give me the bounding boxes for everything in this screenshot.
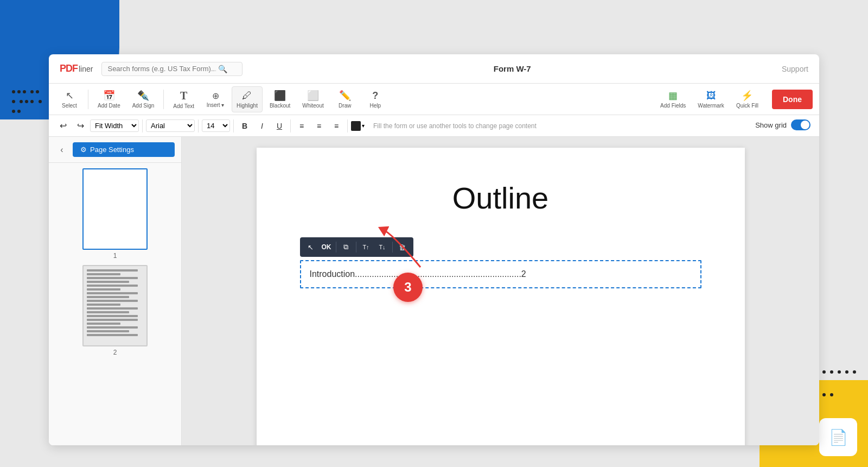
page-thumb-2[interactable]: 2 [82,265,148,356]
add-date-label: Add Date [98,103,120,109]
sel-copy-button[interactable]: ⧉ [339,239,354,255]
sel-ok-button[interactable]: OK [320,243,334,251]
show-grid-toggle[interactable] [791,119,810,130]
done-button[interactable]: Done [772,90,813,109]
format-sep-3 [233,119,234,132]
tool-watermark[interactable]: 🖼 Watermark [693,86,729,112]
page-settings-icon: ⚙ [80,146,87,154]
align-left-button[interactable]: ≡ [294,118,309,134]
highlight-label: Highlight [237,103,258,109]
main-toolbar: ↖ Select 📅 Add Date ✒️ Add Sign T Add Te… [49,84,819,115]
bold-button[interactable]: B [237,118,252,134]
brand-icon-bottomright: 📄 [819,418,857,456]
canvas-area: 3 Outline ↖ OK [182,137,819,445]
tool-quick-fill[interactable]: ⚡ Quick Fill [731,86,763,112]
color-swatch [351,121,361,131]
tool-insert[interactable]: ⊕ Insert ▾ [201,86,229,112]
support-link[interactable]: Support [782,65,808,73]
search-input[interactable] [107,65,216,73]
tool-add-sign[interactable]: ✒️ Add Sign [127,86,159,112]
sel-text-decrease-button[interactable]: T↓ [375,239,390,255]
pdf-page-title: Outline [300,180,701,216]
italic-button[interactable]: I [254,118,270,134]
page-thumb-1[interactable]: 1 [82,168,148,260]
step-badge-number: 3 [404,280,411,295]
format-sep-4 [290,119,291,132]
page-settings-button[interactable]: ⚙ Page Settings [73,142,175,157]
help-label: Help [369,103,381,109]
logo: PDF liner [60,63,93,74]
sidebar-pages: 1 [49,163,181,445]
toolbar-right: ▦ Add Fields 🖼 Watermark ⚡ Quick Fill Do… [655,86,813,112]
decorative-dots-bottomright [814,369,857,413]
page-thumb-img-1 [82,168,148,250]
p2-line [87,269,138,272]
p2-line [87,307,138,310]
selection-toolbar: ↖ OK ⧉ T↑ T↓ 🗑 [300,237,413,257]
p2-line [87,334,138,336]
redo-button[interactable]: ↪ [73,118,88,134]
undo-button[interactable]: ↩ [55,118,71,134]
p2-line [87,281,129,283]
add-sign-label: Add Sign [132,103,155,109]
logo-liner-text: liner [79,65,93,73]
help-icon: ? [372,90,378,102]
draw-label: Draw [339,103,351,109]
blackout-label: Blackout [270,103,290,109]
tool-highlight[interactable]: 🖊 Highlight [232,86,263,112]
p2-line [87,319,138,321]
header: PDF liner 🔍 Form W-7 Support [49,54,819,84]
tool-add-text[interactable]: T Add Text [168,86,199,112]
app-container: PDF liner 🔍 Form W-7 Support ↖ Select 📅 … [49,54,819,445]
sel-text-increase-button[interactable]: T↑ [359,239,374,255]
add-sign-icon: ✒️ [137,90,149,102]
collapse-button[interactable]: ‹ [55,143,68,156]
sel-delete-button[interactable]: 🗑 [395,239,410,255]
format-hint: Fill the form or use another tools to ch… [373,122,813,130]
p2-line [87,330,129,332]
color-picker[interactable]: ▾ [351,121,365,131]
add-fields-icon: ▦ [668,90,678,102]
align-right-button[interactable]: ≡ [329,118,344,134]
insert-icon: ⊕ [212,91,219,101]
toolbar-separator-2 [163,90,164,109]
tool-select[interactable]: ↖ Select [55,86,84,112]
zoom-select[interactable]: Fit Width 100% 75% [90,119,139,132]
p2-line [87,285,138,287]
align-center-button[interactable]: ≡ [311,118,327,134]
decorative-dots-topleft [11,87,43,130]
quick-fill-label: Quick Fill [736,103,758,109]
form-title: Form W-7 [242,64,781,73]
format-sep-1 [142,119,143,132]
font-select[interactable]: Arial Times New Roman [146,119,195,132]
font-size-select[interactable]: 14 12 16 18 [202,119,230,132]
logo-pdf-text: PDF [60,63,78,74]
highlight-icon: 🖊 [242,90,252,102]
p2-line [87,296,129,298]
tool-help[interactable]: ? Help [361,86,390,112]
page-num-1: 1 [113,252,117,260]
pdf-page: Outline ↖ OK ⧉ T↑ T↓ 🗑 Introduction.....… [257,148,745,445]
underline-button[interactable]: U [272,118,287,134]
p2-line [87,288,120,291]
quick-fill-icon: ⚡ [741,90,753,102]
search-box[interactable]: 🔍 [101,62,242,76]
blackout-icon: ⬛ [274,90,286,102]
text-box[interactable]: Introduction............................… [300,260,701,288]
p2-line [87,326,138,329]
add-fields-label: Add Fields [660,103,686,109]
tool-add-fields[interactable]: ▦ Add Fields [655,86,691,112]
format-sep-2 [198,119,199,132]
tool-draw[interactable]: ✏️ Draw [331,86,359,112]
tool-add-date[interactable]: 📅 Add Date [93,86,125,112]
format-sep-5 [347,119,348,132]
add-text-label: Add Text [173,103,194,109]
p2-line [87,273,120,275]
tool-whiteout[interactable]: ⬜ Whiteout [297,86,328,112]
sel-cursor-button[interactable]: ↖ [303,239,318,255]
sidebar: ‹ ⚙ Page Settings 1 [49,137,182,445]
watermark-label: Watermark [698,103,724,109]
search-icon: 🔍 [218,65,227,73]
tool-blackout[interactable]: ⬛ Blackout [265,86,295,112]
p2-line [87,292,138,294]
